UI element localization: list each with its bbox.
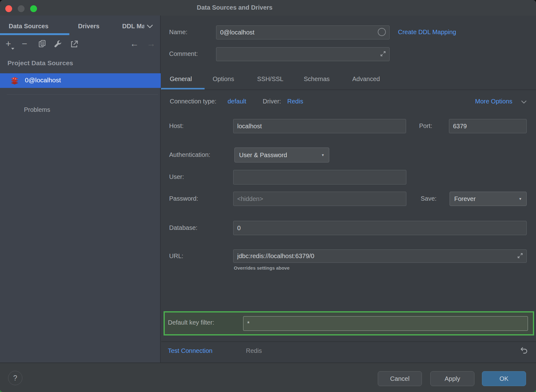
- add-icon[interactable]: +: [6, 39, 11, 48]
- redis-icon: [10, 76, 19, 85]
- comment-input[interactable]: [216, 47, 390, 61]
- tabs-divider: [161, 89, 536, 90]
- tab-ssh-ssl[interactable]: SSH/SSL: [257, 75, 283, 83]
- chevron-down-icon[interactable]: [146, 24, 154, 29]
- tab-general[interactable]: General: [170, 75, 192, 83]
- authentication-label: Authentication:: [169, 151, 210, 158]
- url-field-wrap: [233, 249, 527, 263]
- apply-button[interactable]: Apply: [430, 371, 474, 386]
- connection-type-label: Connection type:: [170, 98, 216, 105]
- password-label: Password:: [169, 195, 198, 202]
- sidebar: Data Sources Drivers DDL Mappings + −: [0, 16, 161, 362]
- name-input[interactable]: [216, 25, 390, 39]
- main-panel: Name: Create DDL Mapping Comment: Genera…: [161, 16, 536, 362]
- tab-options[interactable]: Options: [213, 75, 234, 83]
- project-data-sources-header: Project Data Sources: [7, 59, 73, 67]
- url-label: URL:: [169, 253, 183, 260]
- default-key-filter-highlight: Default key filter:: [164, 311, 534, 335]
- expand-icon[interactable]: [379, 50, 387, 57]
- driver-label: Driver:: [263, 98, 281, 105]
- host-label: Host:: [169, 122, 184, 130]
- cancel-button[interactable]: Cancel: [378, 371, 422, 386]
- authentication-dropdown[interactable]: User & Password ▼: [234, 148, 329, 162]
- bottom-bar: ? Cancel Apply OK: [0, 362, 536, 392]
- titlebar: Data Sources and Drivers: [0, 0, 536, 16]
- database-label: Database:: [169, 224, 197, 231]
- port-label: Port:: [419, 122, 432, 130]
- default-key-filter-input[interactable]: [243, 316, 528, 331]
- connection-type-value-link[interactable]: default: [228, 98, 246, 105]
- name-label: Name:: [169, 29, 187, 36]
- revert-icon[interactable]: [520, 347, 529, 355]
- tab-ddl-mappings[interactable]: DDL Mappings: [122, 23, 144, 30]
- duplicate-icon[interactable]: [38, 40, 46, 48]
- data-source-item-label: 0@localhost: [25, 76, 61, 84]
- tab-schemas[interactable]: Schemas: [304, 75, 330, 83]
- problems-item[interactable]: Problems: [24, 106, 50, 113]
- forward-arrow-icon: →: [147, 39, 155, 48]
- name-progress-circle-icon: [378, 28, 386, 36]
- help-button[interactable]: ?: [8, 371, 22, 385]
- create-ddl-mapping-link[interactable]: Create DDL Mapping: [398, 29, 456, 36]
- active-tab-underline: [0, 33, 69, 35]
- tab-advanced[interactable]: Advanced: [352, 75, 380, 83]
- data-source-item-selected[interactable]: 0@localhost: [0, 73, 161, 88]
- close-traffic-light[interactable]: [5, 5, 12, 12]
- host-input[interactable]: [233, 119, 406, 133]
- zoom-traffic-light[interactable]: [30, 5, 37, 12]
- comment-label: Comment:: [169, 50, 198, 57]
- back-arrow-icon[interactable]: ←: [130, 39, 139, 48]
- user-label: User:: [169, 173, 184, 180]
- add-dropdown-caret-icon: [11, 48, 14, 50]
- dropdown-arrow-icon: ▼: [519, 197, 522, 201]
- name-field-wrap: [216, 25, 390, 39]
- footer-driver-name: Redis: [246, 347, 262, 354]
- save-dropdown[interactable]: Forever ▼: [450, 192, 527, 206]
- authentication-value: User & Password: [239, 152, 287, 159]
- remove-icon[interactable]: −: [22, 39, 27, 48]
- default-key-filter-label: Default key filter:: [168, 319, 214, 326]
- minimize-traffic-light: [18, 5, 25, 12]
- comment-field-wrap: [216, 47, 390, 61]
- password-input[interactable]: [233, 192, 406, 206]
- more-options-link[interactable]: More Options: [475, 98, 512, 105]
- export-icon[interactable]: [70, 40, 79, 48]
- save-value: Forever: [454, 195, 476, 203]
- expand-icon[interactable]: [516, 252, 524, 259]
- database-input[interactable]: [233, 221, 527, 235]
- driver-value-link[interactable]: Redis: [287, 98, 303, 105]
- tab-drivers[interactable]: Drivers: [78, 23, 99, 30]
- footer-divider: [161, 341, 536, 342]
- user-input[interactable]: [233, 170, 406, 185]
- save-label: Save:: [421, 195, 437, 202]
- dropdown-arrow-icon: ▼: [321, 153, 325, 157]
- url-caption: Overrides settings above: [234, 265, 289, 271]
- window-title: Data Sources and Drivers: [197, 4, 272, 11]
- more-options-chevron-icon: [521, 100, 527, 104]
- ok-button[interactable]: OK: [482, 371, 526, 386]
- data-sources-dialog: Data Sources and Drivers Data Sources Dr…: [0, 0, 536, 392]
- sidebar-divider: [7, 94, 158, 95]
- tab-data-sources[interactable]: Data Sources: [9, 23, 49, 30]
- wrench-icon[interactable]: [53, 40, 62, 48]
- url-input[interactable]: [233, 249, 527, 263]
- port-input[interactable]: [449, 119, 527, 133]
- test-connection-link[interactable]: Test Connection: [168, 347, 212, 354]
